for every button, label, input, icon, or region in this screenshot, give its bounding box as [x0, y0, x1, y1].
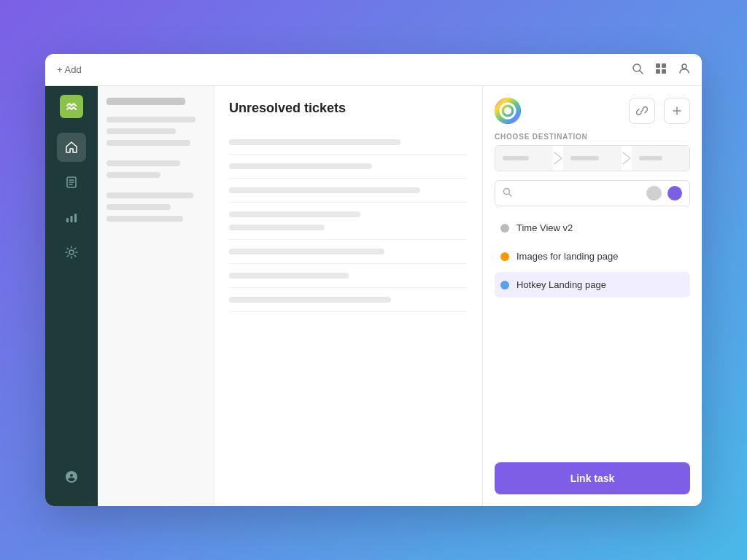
svg-rect-11 [66, 218, 69, 222]
ticket-skeleton [229, 211, 360, 217]
search-bar [495, 180, 690, 206]
ticket-row [229, 264, 468, 288]
choose-destination-section: CHOOSE DESTINATION [495, 133, 690, 171]
user-icon[interactable] [678, 63, 690, 77]
link-icon-button[interactable] [629, 98, 655, 124]
task-dot-blue [500, 281, 509, 289]
skeleton-line [107, 204, 171, 210]
svg-rect-2 [656, 63, 660, 68]
link-task-button[interactable]: Link task [495, 462, 690, 494]
svg-point-17 [504, 107, 511, 114]
sidebar-item-zendesk[interactable] [57, 462, 86, 491]
task-list: Time View v2 Images for landing page Hot… [495, 215, 690, 298]
ticket-row [229, 240, 468, 264]
search-icon [503, 187, 512, 200]
toggle-on[interactable] [667, 186, 683, 201]
ticket-skeleton [229, 225, 325, 230]
skeleton-line [107, 140, 190, 146]
skeleton-line [107, 160, 180, 166]
add-button[interactable]: + Add [57, 64, 82, 75]
sidebar-logo[interactable] [60, 95, 83, 118]
panel-title: Unresolved tickets [229, 101, 468, 116]
sidebar-item-settings[interactable] [57, 238, 86, 267]
svg-line-21 [509, 194, 512, 197]
ticket-row [229, 131, 468, 155]
sidebar-item-reports[interactable] [57, 203, 86, 232]
task-dot-gray [500, 224, 509, 233]
task-dot-orange [500, 252, 509, 261]
svg-line-1 [640, 71, 643, 74]
left-panel [98, 86, 214, 506]
clickup-logo [495, 98, 521, 124]
ticket-row [229, 203, 468, 240]
topbar: + Add [45, 54, 702, 86]
ticket-row [229, 155, 468, 179]
dest-step-2[interactable] [563, 146, 621, 171]
svg-rect-5 [662, 69, 666, 74]
app-window: + Add [45, 54, 702, 506]
grid-icon[interactable] [655, 63, 667, 77]
destination-label: CHOOSE DESTINATION [495, 133, 690, 141]
ticket-skeleton [229, 249, 384, 254]
add-task-button[interactable] [664, 98, 690, 124]
task-name: Images for landing page [516, 251, 618, 262]
ticket-row [229, 179, 468, 203]
toggle-off[interactable] [646, 186, 662, 201]
skeleton-line [107, 172, 160, 178]
svg-point-6 [682, 64, 686, 69]
ticket-skeleton [229, 273, 349, 279]
right-panel-header [495, 98, 690, 124]
search-input[interactable] [518, 188, 640, 199]
dest-step-1[interactable] [495, 146, 553, 171]
skeleton-line [107, 192, 193, 198]
ticket-skeleton [229, 187, 420, 193]
svg-rect-3 [662, 63, 666, 68]
skeleton-line [107, 117, 196, 122]
sidebar-item-documents[interactable] [57, 168, 86, 197]
svg-rect-4 [656, 69, 660, 74]
skeleton-header [107, 98, 185, 105]
ticket-skeleton [229, 297, 391, 303]
task-name: Hotkey Landing page [516, 279, 606, 290]
ticket-skeleton [229, 163, 372, 169]
svg-point-14 [69, 250, 74, 254]
sidebar-item-home[interactable] [57, 133, 86, 162]
svg-rect-12 [71, 216, 73, 222]
sidebar-bottom [57, 462, 86, 497]
task-item-images[interactable]: Images for landing page [495, 244, 690, 269]
search-icon[interactable] [632, 63, 643, 77]
task-item-hotkey[interactable]: Hotkey Landing page [495, 272, 690, 298]
svg-rect-13 [74, 214, 77, 222]
ticket-skeleton [229, 139, 400, 145]
topbar-icons [632, 63, 690, 77]
right-panel: CHOOSE DESTINATION [483, 86, 702, 506]
middle-panel: Unresolved tickets [214, 86, 483, 506]
sidebar-nav [57, 133, 86, 462]
dest-step-3[interactable] [632, 146, 689, 171]
destination-steps[interactable] [495, 145, 690, 171]
main-area: Unresolved tickets [45, 86, 702, 506]
skeleton-line [107, 216, 183, 222]
task-name: Time View v2 [516, 222, 573, 233]
sidebar [45, 86, 98, 506]
task-item-time-view[interactable]: Time View v2 [495, 215, 690, 241]
ticket-row [229, 288, 468, 312]
skeleton-line [107, 128, 176, 134]
